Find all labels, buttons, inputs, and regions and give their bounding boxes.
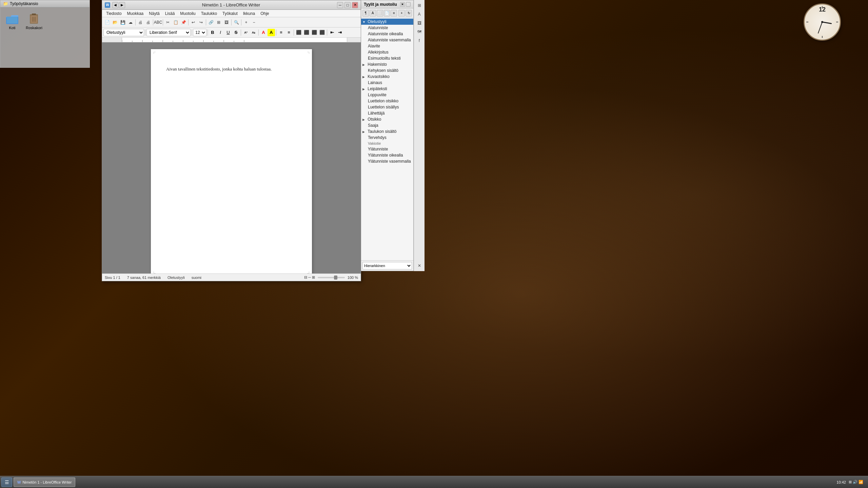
insert-image-button[interactable]: 🖼 [223,19,230,26]
table-button[interactable]: ⊞ [215,19,222,26]
minimize-button[interactable]: ─ [337,2,343,8]
bold-button[interactable]: B [209,29,216,36]
print-preview-button[interactable]: 🖨 [137,19,144,26]
style-item-leipateksti[interactable]: ▶ Leipäteksti [361,86,413,92]
subscript-button[interactable]: A₂ [250,29,257,36]
menu-ikkuna[interactable]: Ikkuna [240,11,258,17]
document-area[interactable]: Aivan tavallinen tekstitiedosto, jonka k… [102,42,361,273]
style-item-lahettaja[interactable]: Lähettäjä [361,110,413,116]
menu-lisaa[interactable]: Lisää [162,11,178,17]
strikethrough-button[interactable]: S [232,29,240,36]
style-item-ylatunniste-oikealla[interactable]: Ylätunniste oikealla [361,152,413,158]
styles-btn-list[interactable]: ≡ [391,10,397,17]
zoom-slider[interactable] [318,277,345,278]
styles-btn-char[interactable]: A [370,10,376,17]
undo-button[interactable]: ↩ [190,19,197,26]
paste-button[interactable]: 📌 [180,19,187,26]
font-name-dropdown[interactable]: Liberation Serif [146,29,191,36]
style-item-ylatunniste[interactable]: Ylätunniste [361,146,413,152]
page-content[interactable]: Aivan tavallinen tekstitiedosto, jonka k… [166,66,297,72]
open-button[interactable]: 📂 [111,19,119,26]
style-item-kuvaotsikko[interactable]: ▶ Kuvaotsikko [361,74,413,80]
style-item-kehyksen-sisalto[interactable]: Kehyksen sisältö [361,67,413,74]
bullets-button[interactable]: ≡ [277,29,285,36]
clock-tick-9 [806,22,808,22]
spellcheck-button[interactable]: ABC [154,19,162,26]
style-item-ylatunniste-vasemmalla[interactable]: Ylätunniste vasemmalla [361,158,413,164]
sidebar-close-icon[interactable]: ✕ [415,262,423,270]
menu-muokkaa[interactable]: Muokkaa [124,11,146,17]
taskbar-writer-button[interactable]: W Nimetön 1 - LibreOffice Writer [14,477,75,487]
cut-button[interactable]: ✂ [164,19,172,26]
copy-button[interactable]: 📋 [172,19,179,26]
align-left-button[interactable]: ⬛ [295,29,302,36]
style-item-alavite[interactable]: Alavite [361,43,413,49]
sidebar-properties-icon[interactable]: ⊞ [415,1,423,9]
styles-btn-update[interactable]: ↻ [406,10,412,17]
style-item-esimuotoiltu[interactable]: Esimuotoiltu teksti [361,55,413,61]
style-item-allekirjoitus[interactable]: Allekirjoitus [361,49,413,55]
style-item-otsikko[interactable]: ▶ Otsikko [361,116,413,122]
sidebar-gallery-icon[interactable]: 🖼 [415,19,423,27]
style-item-lainaus[interactable]: Lainaus [361,80,413,86]
style-item-hakemisto[interactable]: ▶ Hakemisto [361,61,413,67]
zoom-out-button[interactable]: − [250,19,258,26]
new-button[interactable]: 📄 [103,19,111,26]
style-item-luettelon-otsikko[interactable]: Luettelon otsikko [361,98,413,104]
menu-nayta[interactable]: Näytä [146,11,162,17]
print-button[interactable]: 🖨 [144,19,152,26]
menu-muotoilu[interactable]: Muotoilu [177,11,198,17]
style-item-alatunniste-oikealla[interactable]: Alatunniste oikealla [361,31,413,37]
styles-btn-paragraph[interactable]: ¶ [362,10,369,17]
styles-btn-page[interactable]: 📄 [384,10,390,17]
style-item-vakiotie[interactable]: Vakiotie [361,141,413,146]
indent-more-button[interactable]: ⇥ [336,29,343,36]
superscript-button[interactable]: A² [242,29,250,36]
style-label-alavite: Alavite [368,44,380,48]
style-item-luettelon-sisallys[interactable]: Luettelon sisällys [361,104,413,110]
menu-tiedosto[interactable]: Tiedosto [103,11,124,17]
align-justify-button[interactable]: ⬛ [318,29,326,36]
style-item-loppuviite[interactable]: Loppuviite [361,92,413,98]
align-right-button[interactable]: ⬛ [311,29,318,36]
font-color-button[interactable]: A [260,29,267,36]
zoom-in-button[interactable]: + [242,19,250,26]
styles-btn-new[interactable]: + [398,10,405,17]
paragraph-style-dropdown[interactable]: Oletustyyli [103,29,144,36]
desktop-icon-trash[interactable]: Roskakori [26,13,42,30]
styles-filter-dropdown[interactable]: Hierarkkinen [362,262,412,269]
maximize-button[interactable]: □ [344,2,351,8]
numbering-button[interactable]: ≡ [285,29,293,36]
align-center-button[interactable]: ⬛ [303,29,310,36]
sidebar-styles-icon[interactable]: A [415,10,423,18]
redo-button[interactable]: ↪ [197,19,205,26]
styles-btn-frame[interactable]: ⬜ [377,10,383,17]
hyperlink-button[interactable]: 🔗 [207,19,215,26]
styles-close-button[interactable]: ✕ [400,2,405,7]
nav-back-button[interactable]: ◀ [112,2,118,8]
start-button[interactable]: ☰ [1,477,12,487]
style-item-alatunniste-vasemmalla[interactable]: Alatunniste vasemmalla [361,37,413,43]
style-item-alatunniste[interactable]: Alatunniste [361,25,413,31]
desktop-icon-home[interactable]: Koti [5,13,19,30]
font-size-dropdown[interactable]: 12 [193,29,206,36]
close-button[interactable]: ✕ [352,2,358,8]
save-button[interactable]: 💾 [119,19,126,26]
sidebar-functions-icon[interactable]: f [415,37,423,45]
sidebar-navigator-icon[interactable]: 🗺 [415,28,423,36]
style-item-taulukon-sisalto[interactable]: ▶ Taulukon sisältö [361,128,413,135]
underline-button[interactable]: U [224,29,232,36]
indent-less-button[interactable]: ⇤ [328,29,336,36]
style-item-oletustyyli[interactable]: ▼ Oletustyyli [361,19,413,25]
menu-ohje[interactable]: Ohje [258,11,272,17]
style-item-tervehdys[interactable]: Tervehdys [361,135,413,141]
menu-taulukko[interactable]: Taulukko [198,11,220,17]
save-remote-button[interactable]: ☁ [127,19,134,26]
italic-button[interactable]: I [217,29,224,36]
styles-float-button[interactable]: ⬜ [406,2,411,7]
find-button[interactable]: 🔍 [233,19,240,26]
menu-tyokalut[interactable]: Työkalut [220,11,240,17]
nav-forward-button[interactable]: ▶ [119,2,125,8]
style-item-saaja[interactable]: Saaja [361,122,413,128]
highlight-button[interactable]: A [268,29,275,36]
